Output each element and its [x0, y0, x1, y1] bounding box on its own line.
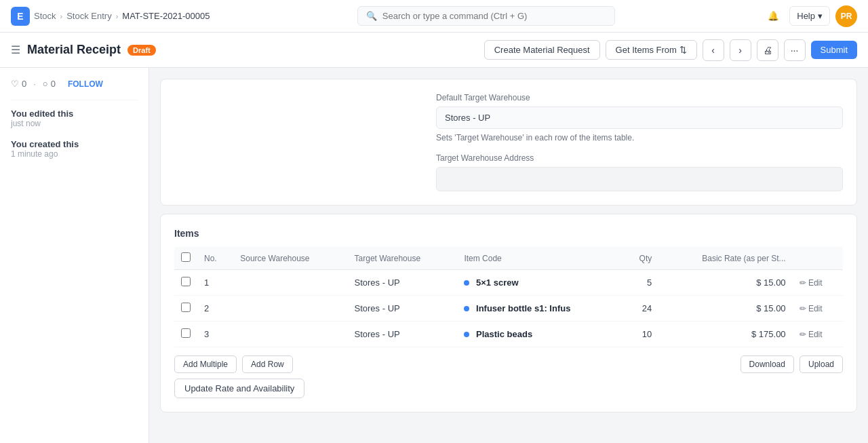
breadcrumb-sep-2: › [116, 12, 119, 20]
item-link[interactable]: Infuser bottle s1: Infus [476, 303, 570, 313]
page-title: Material Receipt [27, 43, 121, 57]
row-source-warehouse [233, 296, 347, 322]
row-qty: 24 [623, 296, 658, 322]
upload-button[interactable]: Upload [800, 355, 843, 373]
header-basic-rate: Basic Rate (as per St... [658, 247, 792, 270]
header-actions [793, 247, 843, 270]
item-dot-icon [464, 306, 469, 311]
row-checkbox[interactable] [181, 328, 191, 338]
row-item-code: Infuser bottle s1: Infus [457, 296, 623, 322]
row-checkbox-cell [174, 322, 197, 347]
row-edit-cell: ✏ Edit [793, 322, 843, 347]
row-rate: $ 15.00 [658, 270, 792, 296]
items-title: Items [174, 228, 843, 239]
update-rate-button[interactable]: Update Rate and Availability [174, 379, 304, 398]
table-actions-left: Add Multiple Add Row [174, 355, 293, 373]
likes-count: 0 [22, 79, 26, 89]
heart-icon[interactable]: ♡ [11, 79, 19, 89]
row-no: 1 [197, 270, 233, 296]
search-container: 🔍 [357, 6, 615, 26]
main-content: Default Target Warehouse Stores - UP Set… [149, 68, 868, 443]
prev-button[interactable]: ‹ [703, 39, 724, 61]
edit-link[interactable]: ✏ Edit [800, 304, 836, 313]
row-rate: $ 15.00 [658, 296, 792, 322]
row-rate: $ 175.00 [658, 322, 792, 347]
row-checkbox-cell [174, 296, 197, 322]
row-edit-cell: ✏ Edit [793, 270, 843, 296]
sidebar-toggle-icon[interactable]: ☰ [11, 43, 20, 56]
header-no: No. [197, 247, 233, 270]
search-icon: 🔍 [366, 11, 377, 21]
row-item-code: 5×1 screw [457, 270, 623, 296]
row-qty: 5 [623, 270, 658, 296]
table-row: 3 Stores - UP Plastic beads 10 $ 175.00 … [174, 322, 843, 347]
comment-icon[interactable]: ○ [43, 79, 48, 89]
table-header-row: No. Source Warehouse Target Warehouse It… [174, 247, 843, 270]
status-badge: Draft [127, 45, 156, 56]
item-link[interactable]: 5×1 screw [476, 277, 519, 288]
follow-button[interactable]: FOLLOW [68, 79, 103, 89]
create-material-request-button[interactable]: Create Material Request [484, 40, 600, 60]
table-actions: Add Multiple Add Row Download Upload [174, 355, 843, 373]
header-target-warehouse: Target Warehouse [348, 247, 458, 270]
download-button[interactable]: Download [741, 355, 794, 373]
print-button[interactable]: 🖨 [757, 39, 778, 61]
target-address-label: Target Warehouse Address [436, 153, 843, 163]
comments-container: ○ 0 [43, 79, 56, 89]
row-qty: 10 [623, 322, 658, 347]
timeline-when-1: just now [11, 119, 138, 128]
row-checkbox-cell [174, 270, 197, 296]
get-items-label: Get Items From [616, 45, 677, 55]
row-checkbox[interactable] [181, 277, 191, 286]
row-checkbox[interactable] [181, 303, 191, 312]
row-item-code: Plastic beads [457, 322, 623, 347]
default-target-label: Default Target Warehouse [436, 93, 843, 102]
chevron-down-icon: ▾ [818, 11, 823, 21]
top-nav: E Stock › Stock Entry › MAT-STE-2021-000… [0, 0, 868, 33]
search-input[interactable] [382, 11, 606, 21]
warehouse-card: Default Target Warehouse Stores - UP Set… [160, 79, 857, 206]
nav-right: 🔔 Help ▾ PR [762, 5, 857, 27]
row-no: 3 [197, 322, 233, 347]
default-target-value: Stores - UP [436, 107, 843, 129]
edit-link[interactable]: ✏ Edit [800, 330, 836, 339]
next-button[interactable]: › [730, 39, 751, 61]
add-multiple-button[interactable]: Add Multiple [174, 355, 237, 373]
header-checkbox-cell [174, 247, 197, 270]
items-table: No. Source Warehouse Target Warehouse It… [174, 247, 843, 347]
notification-button[interactable]: 🔔 [762, 5, 784, 27]
row-target-warehouse: Stores - UP [348, 270, 458, 296]
timeline-when-2: 1 minute ago [11, 149, 138, 159]
default-target-hint: Sets 'Target Warehouse' in each row of t… [436, 133, 843, 142]
get-items-chevron-icon: ⇅ [679, 45, 687, 55]
header-qty: Qty [623, 247, 658, 270]
timeline-item-2: You created this 1 minute ago [11, 139, 138, 159]
select-all-checkbox[interactable] [181, 252, 191, 262]
add-row-button[interactable]: Add Row [242, 355, 293, 373]
get-items-from-button[interactable]: Get Items From ⇅ [606, 40, 697, 60]
avatar[interactable]: PR [835, 5, 857, 27]
target-address-value [436, 167, 843, 191]
edit-link[interactable]: ✏ Edit [800, 278, 836, 288]
timeline-actor-1: You edited this [11, 109, 138, 119]
table-row: 2 Stores - UP Infuser bottle s1: Infus 2… [174, 296, 843, 322]
nav-left: E Stock › Stock Entry › MAT-STE-2021-000… [11, 7, 210, 26]
more-options-button[interactable]: ··· [784, 39, 806, 61]
breadcrumb: Stock › Stock Entry › MAT-STE-2021-00005 [34, 11, 210, 21]
update-rate-container: Update Rate and Availability [174, 379, 843, 398]
app-icon[interactable]: E [11, 7, 30, 26]
item-link[interactable]: Plastic beads [476, 329, 532, 339]
row-edit-cell: ✏ Edit [793, 296, 843, 322]
item-dot-icon [464, 280, 469, 286]
row-target-warehouse: Stores - UP [348, 296, 458, 322]
help-button[interactable]: Help ▾ [789, 6, 830, 26]
page-header-left: ☰ Material Receipt Draft [11, 43, 156, 57]
breadcrumb-sep-1: › [60, 12, 63, 20]
likes-container: ♡ 0 [11, 79, 26, 89]
breadcrumb-stock[interactable]: Stock [34, 11, 56, 21]
table-actions-right: Download Upload [741, 355, 843, 373]
table-row: 1 Stores - UP 5×1 screw 5 $ 15.00 ✏ Edit [174, 270, 843, 296]
submit-button[interactable]: Submit [811, 41, 857, 59]
breadcrumb-stock-entry[interactable]: Stock Entry [66, 11, 111, 21]
search-bar: 🔍 [357, 6, 615, 26]
